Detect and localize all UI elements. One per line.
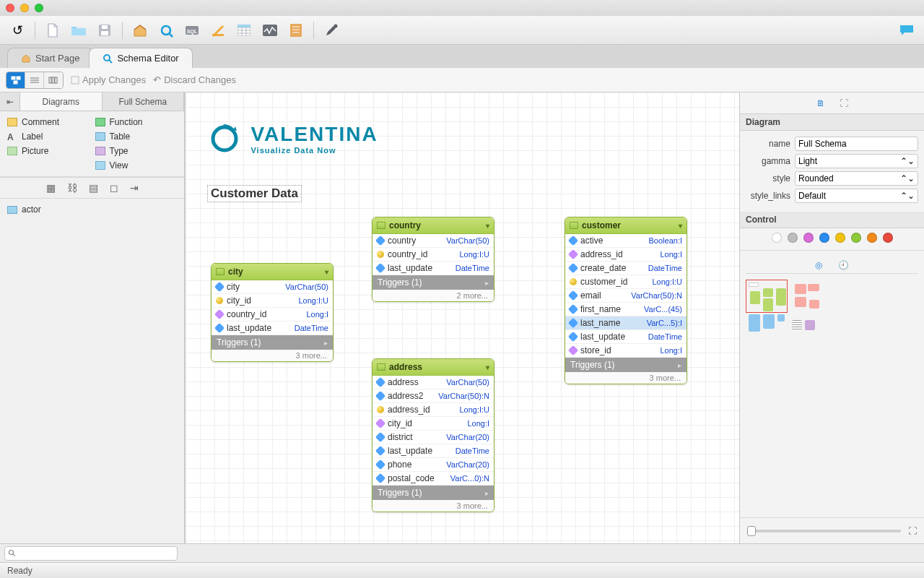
tree-item-actor[interactable]: actor — [7, 203, 177, 216]
palette-type[interactable]: Type — [95, 146, 178, 156]
field-row[interactable]: countryVarChar(50) — [372, 234, 494, 248]
field-row[interactable]: last_updateDateTime — [565, 330, 687, 344]
tab-schema-editor[interactable]: Schema Editor — [89, 48, 192, 68]
more-row[interactable]: 3 more... — [372, 500, 494, 512]
palette-view[interactable]: View — [95, 160, 178, 171]
link-icon[interactable]: ⛓ — [67, 182, 77, 194]
triggers-row[interactable]: Triggers (1) — [565, 358, 687, 372]
activity-button[interactable] — [258, 19, 282, 42]
field-row[interactable]: cityVarChar(50) — [212, 280, 333, 294]
field-row[interactable]: addressVarChar(50) — [372, 376, 494, 389]
field-row[interactable]: last_updateDateTime — [212, 322, 333, 335]
inspector-tab-page-icon[interactable]: 🗎 — [816, 98, 825, 108]
field-row[interactable]: city_idLong:I — [372, 417, 494, 431]
field-row[interactable]: last_nameVarC...5):I — [565, 316, 687, 330]
field-row[interactable]: store_idLong:I — [565, 344, 687, 358]
field-row[interactable]: phoneVarChar(20) — [372, 458, 494, 472]
more-row[interactable]: 3 more... — [565, 372, 687, 384]
field-row[interactable]: emailVarChar(50):N — [565, 289, 687, 303]
more-row[interactable]: 3 more... — [212, 350, 333, 361]
svg-rect-7 — [212, 34, 224, 36]
left-collapse-button[interactable]: ⇤ — [0, 92, 20, 111]
entity-address[interactable]: address addressVarChar(50)address2VarCha… — [372, 358, 494, 512]
field-row[interactable]: address_idLong:I:U — [372, 403, 494, 417]
color-swatch[interactable] — [867, 233, 877, 243]
palette-function[interactable]: Function — [95, 117, 178, 127]
minimap-canvas[interactable] — [746, 280, 918, 352]
color-picker-button[interactable] — [320, 19, 343, 42]
field-row[interactable]: create_dateDateTime — [565, 262, 687, 275]
palette-comment[interactable]: Comment — [7, 117, 90, 127]
color-swatch[interactable] — [772, 233, 782, 243]
tab-start-page[interactable]: Start Page — [7, 48, 93, 68]
undo-button[interactable]: ↺ — [6, 19, 29, 42]
field-row[interactable]: last_updateDateTime — [372, 444, 494, 458]
zoom-slider[interactable]: ⛶ — [740, 517, 924, 543]
search-input[interactable] — [4, 546, 178, 561]
view-column-icon[interactable] — [44, 72, 63, 88]
minimap-target-icon[interactable]: ◎ — [815, 260, 822, 270]
field-row[interactable]: country_idLong:I:U — [372, 248, 494, 262]
field-row[interactable]: address2VarChar(50):N — [372, 389, 494, 403]
field-row[interactable]: last_updateDateTime — [372, 262, 494, 275]
field-row[interactable]: address_idLong:I — [565, 248, 687, 262]
design-button[interactable] — [206, 19, 230, 42]
expand-icon[interactable]: ⇥ — [130, 182, 139, 194]
inspector-tab-structure-icon[interactable]: ⛶ — [840, 98, 848, 108]
diagram-canvas[interactable]: VALENTINA Visualize Data Now Customer Da… — [185, 92, 739, 543]
left-tab-diagrams[interactable]: Diagrams — [20, 92, 103, 111]
schema-button[interactable] — [154, 19, 178, 42]
field-row[interactable]: postal_codeVarC...0):N — [372, 472, 494, 486]
object-palette: Comment Function ALabel Table Picture Ty… — [0, 111, 184, 177]
grid-icon[interactable]: ▦ — [46, 182, 56, 194]
new-file-button[interactable] — [41, 19, 64, 42]
apply-changes-button[interactable]: Apply Changes — [71, 74, 146, 85]
chat-button[interactable] — [895, 19, 918, 42]
triggers-row[interactable]: Triggers (1) — [372, 486, 494, 500]
save-button[interactable] — [93, 19, 116, 42]
left-tab-fullschema[interactable]: Full Schema — [103, 92, 185, 111]
view-diagram-icon[interactable] — [6, 72, 25, 88]
discard-changes-button[interactable]: ↶ Discard Changes — [153, 74, 236, 85]
stylelinks-select[interactable]: Default⌃⌄ — [795, 189, 918, 203]
color-swatch[interactable] — [851, 233, 861, 243]
minimap-history-icon[interactable]: 🕘 — [838, 260, 849, 270]
close-window-icon[interactable] — [6, 4, 14, 12]
view-list-icon[interactable] — [25, 72, 44, 88]
grid-button[interactable] — [232, 19, 256, 42]
palette-label[interactable]: ALabel — [7, 131, 90, 142]
field-row[interactable]: first_nameVarC...(45) — [565, 303, 687, 316]
view-mode-segment[interactable] — [6, 72, 64, 89]
section-label[interactable]: Customer Data — [207, 185, 302, 202]
home-button[interactable] — [128, 19, 152, 42]
color-swatch[interactable] — [788, 233, 798, 243]
entity-city[interactable]: city cityVarChar(50)city_idLong:I:Ucount… — [211, 263, 334, 362]
palette-picture[interactable]: Picture — [7, 146, 90, 156]
table-icon[interactable]: ▤ — [89, 182, 98, 194]
field-row[interactable]: customer_idLong:I:U — [565, 275, 687, 289]
open-button[interactable] — [67, 19, 90, 42]
entity-country[interactable]: country countryVarChar(50)country_idLong… — [372, 217, 494, 302]
field-row[interactable]: activeBoolean:I — [565, 234, 687, 248]
color-swatch[interactable] — [835, 233, 845, 243]
fit-icon[interactable]: ⛶ — [908, 526, 917, 536]
color-swatch[interactable] — [803, 233, 814, 243]
color-swatch[interactable] — [819, 233, 829, 243]
color-swatch[interactable] — [883, 233, 893, 243]
gamma-select[interactable]: Light⌃⌄ — [795, 154, 918, 168]
diagram-name-input[interactable] — [795, 137, 918, 151]
field-row[interactable]: city_idLong:I:U — [212, 294, 333, 308]
triggers-row[interactable]: Triggers (1) — [372, 275, 494, 290]
triggers-row[interactable]: Triggers (1) — [212, 335, 333, 350]
minimize-window-icon[interactable] — [20, 4, 29, 12]
field-row[interactable]: country_idLong:I — [212, 308, 333, 322]
entity-customer[interactable]: customer activeBoolean:Iaddress_idLong:I… — [565, 217, 687, 384]
palette-table[interactable]: Table — [95, 131, 178, 142]
more-row[interactable]: 2 more... — [372, 290, 494, 301]
field-row[interactable]: districtVarChar(20) — [372, 431, 494, 444]
zoom-window-icon[interactable] — [35, 4, 43, 12]
sql-button[interactable]: SQL — [180, 19, 204, 42]
docs-button[interactable] — [284, 19, 308, 42]
panel-icon[interactable]: ◻ — [110, 182, 118, 194]
style-select[interactable]: Rounded⌃⌄ — [795, 171, 918, 186]
